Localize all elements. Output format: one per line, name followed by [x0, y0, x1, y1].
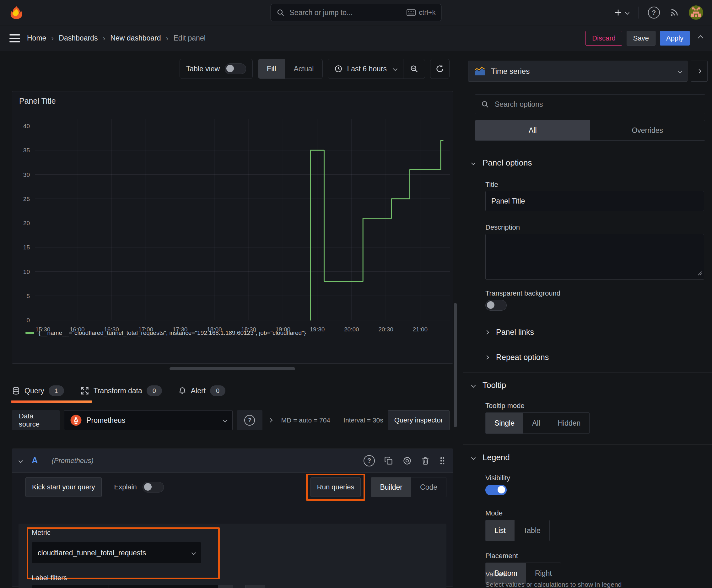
legend-mode-list-option[interactable]: List [486, 520, 515, 541]
transform-count-badge: 0 [147, 385, 162, 396]
repeat-options-section-header[interactable]: Repeat options [486, 353, 549, 362]
select-label-dropdown[interactable]: Select label [32, 585, 109, 588]
apply-button[interactable]: Apply [660, 31, 690, 45]
collapse-header-icon[interactable] [697, 35, 703, 41]
tooltip-hidden-option[interactable]: Hidden [549, 413, 589, 434]
discard-button[interactable]: Discard [585, 31, 622, 45]
description-textarea[interactable] [486, 234, 704, 279]
run-queries-button[interactable]: Run queries [310, 478, 361, 497]
edit-panel-left-pane: Table view Fill Actual Last 6 hours Pane… [0, 51, 458, 588]
fill-actual-segmented: Fill Actual [258, 59, 323, 79]
builder-option[interactable]: Builder [371, 478, 411, 497]
breadcrumb-new-dashboard[interactable]: New dashboard [110, 34, 161, 42]
breadcrumb-separator: › [166, 34, 169, 43]
duplicate-query-icon[interactable] [384, 456, 393, 465]
divider [486, 346, 704, 346]
drag-query-grip-icon[interactable] [439, 456, 446, 465]
operator-dropdown[interactable]: = [109, 585, 139, 588]
search-shortcut: ctrl+k [406, 8, 435, 17]
resize-grip-icon[interactable] [697, 270, 702, 275]
search-input[interactable] [289, 8, 402, 17]
tooltip-all-option[interactable]: All [523, 413, 549, 434]
tab-query[interactable]: Query 1 [12, 385, 64, 396]
metric-select[interactable]: cloudflared_tunnel_total_requests [32, 542, 201, 564]
datasource-help-button[interactable]: ? [237, 410, 262, 430]
query-help-icon[interactable]: ? [364, 455, 375, 466]
tab-transform-data[interactable]: Transform data 0 [80, 385, 162, 396]
options-search-input[interactable] [494, 100, 699, 109]
interval-stat: Interval = 30s [343, 417, 383, 424]
help-icon[interactable]: ? [648, 6, 660, 19]
panel-options-pane: Time series All Overrides Panel options … [463, 51, 712, 588]
title-label: Title [486, 181, 498, 189]
tab-all[interactable]: All [475, 120, 590, 141]
chart-legend[interactable]: {__name__="cloudflared_tunnel_total_requ… [25, 330, 306, 336]
tab-alert[interactable]: Alert 0 [178, 385, 225, 396]
delete-query-trash-icon[interactable] [421, 456, 429, 465]
breadcrumb-dashboards[interactable]: Dashboards [59, 34, 98, 42]
code-option[interactable]: Code [411, 478, 446, 497]
tooltip-section-header[interactable]: Tooltip [472, 380, 506, 390]
svg-text:40: 40 [23, 123, 30, 129]
database-icon [12, 386, 20, 395]
chevron-down-icon [471, 455, 476, 460]
transparent-background-toggle[interactable] [486, 300, 507, 311]
query-inspector-button[interactable]: Query inspector [388, 410, 450, 430]
fill-option[interactable]: Fill [258, 59, 285, 79]
breadcrumb-bar: Home › Dashboards › New dashboard › Edit… [0, 25, 712, 51]
explain-toggle[interactable] [143, 482, 164, 492]
left-pane-scrollbar[interactable] [454, 303, 457, 427]
time-range-picker[interactable]: Last 6 hours [328, 59, 403, 79]
panel-title-input[interactable] [486, 191, 704, 211]
user-avatar[interactable] [689, 5, 703, 20]
options-search[interactable] [475, 94, 705, 114]
remove-filter-button[interactable]: ✕ [218, 585, 233, 588]
query-datasource-hint: (Prometheus) [52, 457, 93, 465]
breadcrumb-home[interactable]: Home [27, 34, 46, 42]
legend-mode-segmented: List Table [486, 520, 550, 541]
panel-options-section-header[interactable]: Panel options [472, 158, 532, 168]
svg-text:0: 0 [26, 317, 30, 323]
actual-option[interactable]: Actual [285, 59, 322, 79]
kick-start-query-button[interactable]: Kick start your query [25, 478, 102, 497]
series-legend-label: {__name__="cloudflared_tunnel_total_requ… [39, 330, 306, 336]
legend-mode-table-option[interactable]: Table [515, 520, 549, 541]
add-new-button[interactable] [614, 8, 629, 17]
tooltip-single-option[interactable]: Single [486, 413, 523, 434]
chevron-right-icon [485, 355, 489, 359]
menu-hamburger-icon[interactable] [9, 34, 20, 42]
select-value-dropdown[interactable]: Select value [139, 585, 218, 588]
panel-preview[interactable]: Panel Title 051015202530354015:3016:0016… [12, 91, 453, 364]
legend-section-header[interactable]: Legend [472, 453, 510, 462]
save-button[interactable]: Save [627, 31, 655, 45]
search-icon [277, 8, 285, 17]
datasource-name: Prometheus [86, 416, 125, 425]
table-view-toggle[interactable] [225, 63, 246, 74]
svg-text:25: 25 [23, 196, 30, 202]
breadcrumb-separator: › [51, 34, 54, 43]
clock-icon [335, 65, 343, 73]
toggle-viz-picker-button[interactable] [691, 61, 708, 82]
all-overrides-tabs: All Overrides [475, 120, 705, 141]
refresh-icon [435, 64, 444, 73]
svg-text:20:00: 20:00 [344, 326, 359, 333]
visualization-picker[interactable]: Time series [468, 61, 688, 82]
global-search[interactable]: ctrl+k [271, 4, 442, 21]
query-row-header[interactable]: A (Prometheus) ? [12, 448, 453, 473]
resize-drag-handle[interactable] [170, 367, 295, 370]
add-filter-button[interactable]: + [245, 585, 265, 588]
hide-query-eye-icon[interactable] [403, 456, 412, 465]
svg-text:5: 5 [26, 293, 30, 299]
collapse-query-icon[interactable] [19, 458, 23, 463]
time-series-chart[interactable]: 051015202530354015:3016:0016:3017:0017:3… [12, 110, 453, 334]
refresh-button[interactable] [430, 59, 450, 79]
panel-links-section-header[interactable]: Panel links [486, 328, 534, 337]
legend-visibility-toggle[interactable] [486, 485, 507, 495]
datasource-picker[interactable]: Prometheus [64, 410, 233, 430]
grafana-logo-icon[interactable] [9, 5, 24, 20]
tab-overrides[interactable]: Overrides [590, 120, 705, 141]
chevron-right-icon[interactable] [268, 418, 273, 422]
zoom-out-button[interactable] [404, 59, 425, 79]
series-color-dash [25, 332, 34, 334]
news-rss-icon[interactable] [669, 7, 679, 18]
